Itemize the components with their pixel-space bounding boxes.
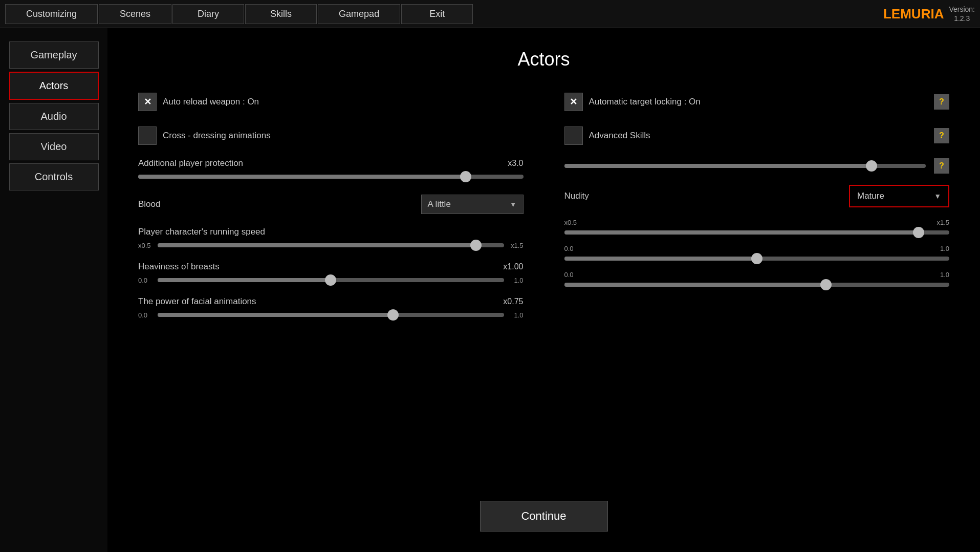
- right-column: ✕ Automatic target locking : On ? Advanc…: [564, 91, 950, 331]
- tab-scenes[interactable]: Scenes: [99, 4, 171, 24]
- right-running-max: x1.5: [937, 219, 949, 226]
- running-speed-label: Player character's running speed: [138, 227, 524, 237]
- tab-gamepad[interactable]: Gamepad: [318, 4, 400, 24]
- running-speed-row: Player character's running speed x0.5 x1…: [138, 227, 524, 250]
- auto-reload-toggle[interactable]: ✕: [138, 93, 157, 111]
- right-facial-min: 0.0: [564, 271, 574, 279]
- right-facial-row: 0.0 1.0: [564, 271, 950, 290]
- right-running-min: x0.5: [564, 219, 577, 226]
- right-facial-slider[interactable]: [564, 280, 950, 290]
- tab-diary[interactable]: Diary: [172, 4, 244, 24]
- right-protection-slider[interactable]: [564, 161, 926, 171]
- brand-label: LEMURIA: [883, 6, 944, 22]
- additional-protection-slider[interactable]: [138, 172, 524, 182]
- additional-protection-row: Additional player protection x3.0: [138, 158, 524, 182]
- breast-heaviness-min: 0.0: [138, 277, 154, 284]
- tab-skills[interactable]: Skills: [245, 4, 317, 24]
- page-title: Actors: [138, 49, 949, 70]
- right-breast-min: 0.0: [564, 245, 574, 252]
- cross-dressing-row: Cross - dressing animations: [138, 124, 524, 147]
- additional-protection-label: Additional player protection: [138, 158, 498, 168]
- content-area: Actors ✕ Auto reload weapon : On Cross -…: [107, 28, 980, 552]
- nudity-dropdown-arrow-icon: ▼: [934, 192, 941, 200]
- advanced-skills-toggle[interactable]: [564, 126, 583, 145]
- breast-heaviness-value: x1.00: [498, 262, 524, 271]
- breast-heaviness-label: Heaviness of breasts: [138, 262, 498, 272]
- blood-row: Blood A little ▼: [138, 193, 524, 216]
- auto-lock-label: Automatic target locking : On: [589, 97, 930, 107]
- sidebar-item-video[interactable]: Video: [9, 133, 99, 160]
- running-speed-max: x1.5: [508, 242, 524, 249]
- auto-lock-toggle[interactable]: ✕: [564, 93, 583, 111]
- blood-dropdown-arrow-icon: ▼: [510, 200, 517, 208]
- facial-power-min: 0.0: [138, 311, 154, 319]
- tab-customizing[interactable]: Customizing: [5, 4, 98, 24]
- auto-reload-label: Auto reload weapon : On: [163, 97, 524, 107]
- top-nav: Customizing Scenes Diary Skills Gamepad …: [0, 0, 980, 28]
- right-breast-row: 0.0 1.0: [564, 245, 950, 264]
- nav-tabs: Customizing Scenes Diary Skills Gamepad …: [5, 4, 883, 24]
- breast-heaviness-slider[interactable]: [158, 275, 504, 285]
- left-column: ✕ Auto reload weapon : On Cross - dressi…: [138, 91, 524, 331]
- facial-power-value: x0.75: [498, 297, 524, 306]
- additional-protection-value: x3.0: [498, 159, 524, 168]
- running-speed-slider[interactable]: [158, 240, 504, 250]
- right-breast-max: 1.0: [940, 245, 949, 252]
- sidebar-item-actors[interactable]: Actors: [9, 72, 99, 100]
- blood-label: Blood: [138, 199, 421, 209]
- settings-grid: ✕ Auto reload weapon : On Cross - dressi…: [138, 91, 949, 331]
- sidebar-item-controls[interactable]: Controls: [9, 163, 99, 190]
- right-breast-slider[interactable]: [564, 253, 950, 264]
- right-facial-max: 1.0: [940, 271, 949, 279]
- blood-dropdown[interactable]: A little ▼: [421, 195, 524, 214]
- right-running-speed-row: x0.5 x1.5: [564, 219, 950, 238]
- breast-heaviness-row: Heaviness of breasts x1.00 0.0 1.0: [138, 262, 524, 285]
- version-info: Version: 1.2.3: [949, 5, 975, 23]
- right-protection-slider-row: ?: [564, 158, 950, 174]
- advanced-skills-help-button[interactable]: ?: [934, 128, 949, 143]
- facial-power-max: 1.0: [508, 311, 524, 319]
- right-running-slider[interactable]: [564, 227, 950, 238]
- nudity-label: Nudity: [564, 191, 850, 201]
- sidebar-item-audio[interactable]: Audio: [9, 103, 99, 130]
- advanced-skills-row: Advanced Skills ?: [564, 124, 950, 147]
- breast-heaviness-max: 1.0: [508, 277, 524, 284]
- cross-dressing-toggle[interactable]: [138, 126, 157, 145]
- nudity-dropdown[interactable]: Mature ▼: [853, 189, 945, 203]
- auto-reload-row: ✕ Auto reload weapon : On: [138, 91, 524, 113]
- sidebar: Gameplay Actors Audio Video Controls: [0, 28, 107, 552]
- protection-help-button[interactable]: ?: [934, 158, 949, 174]
- cross-dressing-label: Cross - dressing animations: [163, 131, 524, 141]
- advanced-skills-label: Advanced Skills: [589, 131, 930, 141]
- nudity-row: Nudity Mature ▼: [564, 185, 950, 207]
- tab-exit[interactable]: Exit: [401, 4, 473, 24]
- facial-power-row: The power of facial animations x0.75 0.0…: [138, 296, 524, 320]
- nudity-dropdown-value: Mature: [857, 191, 934, 201]
- facial-power-label: The power of facial animations: [138, 296, 498, 307]
- running-speed-min: x0.5: [138, 242, 154, 249]
- continue-row: Continue: [480, 501, 607, 532]
- sidebar-item-gameplay[interactable]: Gameplay: [9, 41, 99, 69]
- main-layout: Gameplay Actors Audio Video Controls Act…: [0, 28, 980, 552]
- facial-power-slider[interactable]: [158, 310, 504, 320]
- auto-lock-help-button[interactable]: ?: [934, 94, 949, 110]
- continue-button[interactable]: Continue: [480, 501, 607, 532]
- auto-lock-row: ✕ Automatic target locking : On ?: [564, 91, 950, 113]
- blood-dropdown-value: A little: [428, 199, 510, 209]
